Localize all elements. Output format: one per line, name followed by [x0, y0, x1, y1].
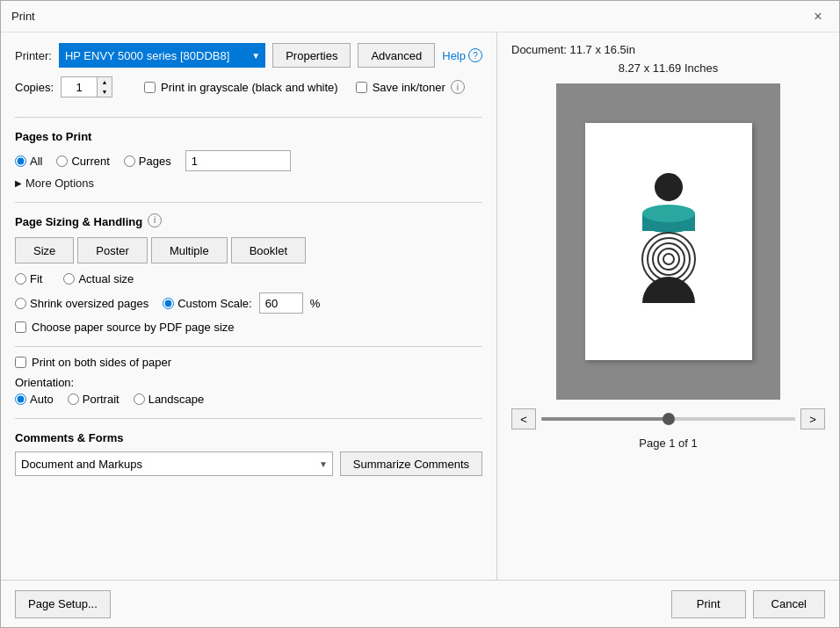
all-radio-item: All — [15, 155, 42, 168]
auto-label[interactable]: Auto — [30, 393, 54, 406]
page-sizing-section: Page Sizing & Handling i Size Poster Mul… — [15, 212, 482, 334]
copies-up-button[interactable]: ▲ — [98, 77, 112, 87]
help-link[interactable]: Help ? — [442, 48, 482, 62]
help-icon: ? — [468, 48, 482, 62]
percent-label: % — [310, 297, 321, 310]
portrait-radio[interactable] — [68, 393, 79, 405]
comments-select-wrapper[interactable]: Document and Markups Document Document a… — [15, 451, 333, 476]
summarize-comments-button[interactable]: Summarize Comments — [340, 451, 482, 476]
page-slider[interactable] — [541, 417, 795, 421]
save-ink-checkbox[interactable] — [356, 82, 367, 93]
actual-size-label[interactable]: Actual size — [78, 272, 134, 285]
main-content: Printer: HP ENVY 5000 series [80DDB8] ▼ … — [1, 32, 839, 580]
both-sides-checkbox[interactable] — [15, 357, 26, 368]
print-dialog: Print × Printer: HP ENVY 5000 series [80… — [0, 0, 840, 628]
portrait-radio-item: Portrait — [68, 393, 119, 406]
preview-art — [616, 154, 721, 329]
page-sizing-info-icon[interactable]: i — [148, 213, 162, 227]
shrink-label[interactable]: Shrink oversized pages — [30, 297, 148, 310]
booklet-tab[interactable]: Booklet — [231, 237, 306, 263]
landscape-radio[interactable] — [134, 393, 145, 405]
current-radio[interactable] — [56, 155, 68, 167]
page-sizing-header: Page Sizing & Handling i — [15, 212, 482, 228]
page-size-info: 8.27 x 11.69 Inches — [619, 61, 718, 75]
pdf-size-label[interactable]: Choose paper source by PDF page size — [32, 321, 235, 334]
custom-scale-label[interactable]: Custom Scale: — [177, 297, 252, 310]
page-indicator: Page 1 of 1 — [639, 437, 698, 450]
custom-scale-row: Shrink oversized pages Custom Scale: % — [15, 292, 482, 314]
pdf-size-row: Choose paper source by PDF page size — [15, 321, 482, 334]
landscape-label[interactable]: Landscape — [148, 393, 205, 406]
grayscale-row: Print in grayscale (black and white) — [144, 81, 338, 94]
fit-radio[interactable] — [15, 273, 26, 285]
comments-forms-section: Comments & Forms Document and Markups Do… — [15, 428, 482, 476]
save-ink-info-icon[interactable]: i — [451, 80, 465, 94]
pages-radio[interactable] — [124, 155, 135, 167]
custom-scale-input[interactable] — [259, 292, 303, 314]
copies-label: Copies: — [15, 81, 54, 94]
more-options-toggle[interactable]: ▶ More Options — [15, 177, 482, 190]
custom-scale-radio-item: Custom Scale: — [163, 297, 252, 310]
more-options-arrow: ▶ — [15, 178, 22, 188]
printer-select-wrapper[interactable]: HP ENVY 5000 series [80DDB8] ▼ — [59, 43, 265, 68]
cancel-button[interactable]: Cancel — [753, 590, 825, 618]
current-label[interactable]: Current — [71, 155, 109, 168]
dialog-title: Print — [11, 10, 35, 23]
size-tab[interactable]: Size — [15, 237, 74, 263]
copies-input-group: 1 ▲ ▼ — [61, 76, 112, 97]
copies-row: Copies: 1 ▲ ▼ — [15, 76, 112, 97]
printer-select[interactable]: HP ENVY 5000 series [80DDB8] — [59, 43, 265, 68]
left-panel: Printer: HP ENVY 5000 series [80DDB8] ▼ … — [1, 32, 497, 580]
bottom-right-buttons: Print Cancel — [671, 590, 825, 618]
poster-tab[interactable]: Poster — [77, 237, 148, 263]
pages-range-input[interactable]: 1 — [185, 150, 291, 171]
grayscale-checkbox[interactable] — [144, 82, 156, 93]
next-page-button[interactable]: > — [800, 408, 825, 429]
prev-page-button[interactable]: < — [511, 408, 536, 429]
printer-row: Printer: HP ENVY 5000 series [80DDB8] ▼ … — [15, 43, 482, 68]
properties-button[interactable]: Properties — [272, 43, 351, 68]
doc-info: Document: 11.7 x 16.5in — [511, 43, 635, 56]
page-sizing-title: Page Sizing & Handling — [15, 215, 142, 228]
page-setup-button[interactable]: Page Setup... — [15, 590, 111, 618]
shrink-radio[interactable] — [15, 298, 26, 309]
fit-radio-item: Fit — [15, 272, 42, 285]
pdf-size-checkbox[interactable] — [15, 321, 26, 333]
divider-2 — [15, 202, 482, 203]
preview-nav-row: < > — [511, 408, 825, 429]
close-button[interactable]: × — [807, 6, 829, 27]
current-radio-item: Current — [56, 155, 109, 168]
both-sides-label[interactable]: Print on both sides of paper — [32, 356, 171, 369]
advanced-button[interactable]: Advanced — [358, 43, 435, 68]
save-ink-row: Save ink/toner i — [356, 80, 465, 94]
fit-label[interactable]: Fit — [30, 272, 42, 285]
pages-radio-group: All Current Pages 1 — [15, 150, 482, 171]
preview-container — [556, 83, 780, 400]
all-label[interactable]: All — [30, 155, 42, 168]
print-button[interactable]: Print — [671, 590, 746, 618]
pages-to-print-section: Pages to Print All Current Pages 1 — [15, 126, 482, 190]
all-radio[interactable] — [15, 155, 26, 167]
copies-down-button[interactable]: ▼ — [98, 87, 112, 97]
comments-forms-header: Comments & Forms — [15, 431, 482, 444]
orientation-header-row: Orientation: — [15, 376, 482, 389]
landscape-radio-item: Landscape — [134, 393, 205, 406]
orientation-label: Orientation: — [15, 376, 74, 389]
multiple-tab[interactable]: Multiple — [151, 237, 228, 263]
portrait-label[interactable]: Portrait — [83, 393, 119, 406]
pages-label[interactable]: Pages — [139, 155, 171, 168]
custom-scale-radio[interactable] — [163, 298, 174, 309]
bottom-bar: Page Setup... Print Cancel — [1, 580, 839, 627]
auto-radio-item: Auto — [15, 393, 54, 406]
right-panel: Document: 11.7 x 16.5in 8.27 x 11.69 Inc… — [497, 32, 839, 580]
orientation-section: Orientation: Auto Portrait Landscape — [15, 376, 482, 406]
actual-size-radio[interactable] — [63, 273, 75, 285]
save-ink-label[interactable]: Save ink/toner — [373, 81, 445, 94]
auto-radio[interactable] — [15, 393, 26, 405]
grayscale-label[interactable]: Print in grayscale (black and white) — [161, 81, 338, 94]
divider-4 — [15, 418, 482, 419]
both-sides-row: Print on both sides of paper — [15, 356, 482, 369]
scale-options: Fit Actual size — [15, 272, 482, 285]
copies-input[interactable]: 1 — [62, 77, 97, 97]
comments-select[interactable]: Document and Markups Document Document a… — [15, 451, 333, 476]
